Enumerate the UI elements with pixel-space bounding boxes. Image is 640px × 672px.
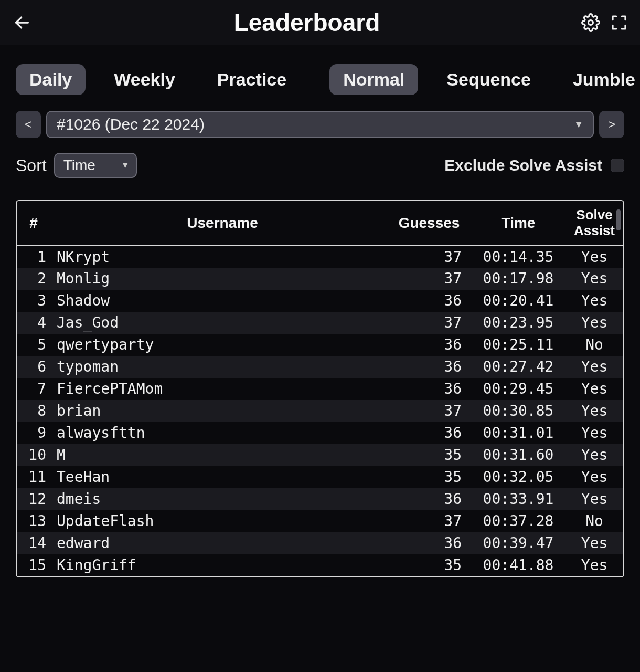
svg-point-1 (588, 20, 593, 25)
exclude-checkbox[interactable] (611, 159, 624, 172)
tab-practice[interactable]: Practice (204, 64, 300, 95)
header: Leaderboard (0, 0, 640, 45)
cell-guesses: 37 (392, 312, 471, 334)
cell-username: Shadow (54, 290, 392, 312)
cell-assist: Yes (566, 488, 623, 510)
cell-guesses: 35 (392, 554, 471, 576)
table-row[interactable]: 15 KingGriff 35 00:41.88 Yes (17, 554, 623, 576)
gear-icon (581, 13, 600, 32)
table-row[interactable]: 2 Monlig 37 00:17.98 Yes (17, 268, 623, 290)
next-puzzle-button[interactable]: > (599, 111, 624, 138)
cell-rank: 13 (17, 510, 54, 532)
cell-rank: 2 (17, 268, 54, 290)
table-header-row: # Username Guesses Time SolveAssist (17, 201, 623, 246)
table-row[interactable]: 3 Shadow 36 00:20.41 Yes (17, 290, 623, 312)
cell-time: 00:31.60 (471, 444, 566, 466)
sort-label: Sort (16, 156, 47, 175)
table-row[interactable]: 4 Jas_God 37 00:23.95 Yes (17, 312, 623, 334)
tab-daily[interactable]: Daily (16, 64, 86, 95)
cell-assist: Yes (566, 422, 623, 444)
back-button[interactable] (10, 11, 34, 34)
fullscreen-icon (611, 14, 627, 31)
tabs-row: Daily Weekly Practice Normal Sequence Ju… (16, 64, 624, 95)
col-header-assist[interactable]: SolveAssist (566, 201, 623, 246)
cell-rank: 3 (17, 290, 54, 312)
cell-assist: Yes (566, 554, 623, 576)
settings-button[interactable] (580, 12, 601, 33)
cell-guesses: 36 (392, 290, 471, 312)
table-row[interactable]: 14 edward 36 00:39.47 Yes (17, 532, 623, 554)
col-header-time[interactable]: Time (471, 201, 566, 246)
cell-assist: Yes (566, 290, 623, 312)
tab-jumble[interactable]: Jumble (559, 64, 640, 95)
table-row[interactable]: 10 M 35 00:31.60 Yes (17, 444, 623, 466)
scrollbar-thumb[interactable] (616, 209, 621, 230)
cell-username: qwertyparty (54, 334, 392, 356)
prev-puzzle-button[interactable]: < (16, 111, 41, 138)
cell-username: typoman (54, 356, 392, 378)
cell-username: KingGriff (54, 554, 392, 576)
header-actions (580, 12, 630, 33)
cell-time: 00:32.05 (471, 466, 566, 488)
tab-weekly[interactable]: Weekly (100, 64, 189, 95)
cell-rank: 4 (17, 312, 54, 334)
arrow-left-icon (13, 14, 31, 32)
col-header-username[interactable]: Username (54, 201, 392, 246)
cell-assist: Yes (566, 268, 623, 290)
col-header-guesses[interactable]: Guesses (392, 201, 471, 246)
cell-rank: 15 (17, 554, 54, 576)
chevron-down-icon: ▼ (121, 161, 130, 170)
cell-guesses: 36 (392, 488, 471, 510)
cell-assist: Yes (566, 532, 623, 554)
table-row[interactable]: 12 dmeis 36 00:33.91 Yes (17, 488, 623, 510)
table-body: 1 NKrypt 37 00:14.35 Yes 2 Monlig 37 00:… (17, 246, 623, 576)
cell-time: 00:41.88 (471, 554, 566, 576)
table-row[interactable]: 1 NKrypt 37 00:14.35 Yes (17, 246, 623, 268)
table-row[interactable]: 11 TeeHan 35 00:32.05 Yes (17, 466, 623, 488)
exclude-label: Exclude Solve Assist (444, 156, 602, 174)
sort-select[interactable]: Time ▼ (54, 153, 137, 178)
sort-select-value: Time (63, 157, 95, 174)
leaderboard-table-wrap: # Username Guesses Time SolveAssist 1 NK… (16, 200, 624, 578)
cell-rank: 7 (17, 378, 54, 400)
table-row[interactable]: 9 alwaysfttn 36 00:31.01 Yes (17, 422, 623, 444)
table-row[interactable]: 6 typoman 36 00:27.42 Yes (17, 356, 623, 378)
tab-normal[interactable]: Normal (329, 64, 418, 95)
page-title: Leaderboard (234, 8, 380, 37)
cell-username: alwaysfttn (54, 422, 392, 444)
cell-guesses: 36 (392, 422, 471, 444)
cell-guesses: 35 (392, 444, 471, 466)
cell-time: 00:20.41 (471, 290, 566, 312)
cell-assist: Yes (566, 378, 623, 400)
col-header-rank[interactable]: # (17, 201, 54, 246)
cell-username: TeeHan (54, 466, 392, 488)
cell-username: brian (54, 400, 392, 422)
cell-rank: 6 (17, 356, 54, 378)
cell-guesses: 36 (392, 356, 471, 378)
cell-time: 00:27.42 (471, 356, 566, 378)
puzzle-select[interactable]: #1026 (Dec 22 2024) ▼ (46, 111, 594, 138)
cell-time: 00:17.98 (471, 268, 566, 290)
table-row[interactable]: 5 qwertyparty 36 00:25.11 No (17, 334, 623, 356)
cell-assist: Yes (566, 356, 623, 378)
table-row[interactable]: 8 brian 37 00:30.85 Yes (17, 400, 623, 422)
cell-guesses: 37 (392, 246, 471, 268)
cell-time: 00:31.01 (471, 422, 566, 444)
table-row[interactable]: 7 FiercePTAMom 36 00:29.45 Yes (17, 378, 623, 400)
cell-username: Jas_God (54, 312, 392, 334)
cell-rank: 10 (17, 444, 54, 466)
exclude-controls: Exclude Solve Assist (444, 156, 624, 174)
tab-sequence[interactable]: Sequence (433, 64, 545, 95)
cell-rank: 11 (17, 466, 54, 488)
chevron-down-icon: ▼ (574, 119, 583, 130)
table-row[interactable]: 13 UpdateFlash 37 00:37.28 No (17, 510, 623, 532)
cell-rank: 14 (17, 532, 54, 554)
cell-guesses: 36 (392, 378, 471, 400)
cell-guesses: 37 (392, 268, 471, 290)
cell-assist: No (566, 334, 623, 356)
cell-time: 00:39.47 (471, 532, 566, 554)
sort-controls: Sort Time ▼ (16, 153, 137, 178)
cell-assist: Yes (566, 444, 623, 466)
fullscreen-button[interactable] (609, 12, 630, 33)
cell-time: 00:30.85 (471, 400, 566, 422)
